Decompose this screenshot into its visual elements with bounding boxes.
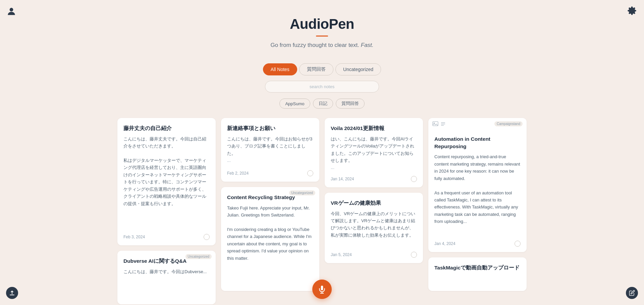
note-category-badge: Uncategorized — [185, 254, 212, 259]
note-body: こんにちは、藤井です。今回はDubverse... — [123, 268, 210, 275]
note-card[interactable]: VRゲームの健康効果 今回、VRゲームの健康上のメリットについて解説します。VR… — [325, 193, 423, 263]
edit-icon[interactable] — [626, 287, 638, 299]
notes-column-3: Voila 2024/01更新情報 はい、こんにちは、藤井です。今回AIライティ… — [325, 118, 423, 304]
settings-icon[interactable] — [627, 6, 638, 17]
notes-grid: 藤井丈夫の自己紹介 こんにちは、藤井丈夫です。今回は自己紹介をさせていただきます… — [97, 118, 547, 305]
note-title: VRゲームの健康効果 — [331, 199, 417, 207]
note-footer: Feb 2, 2024 — [227, 170, 313, 176]
note-category-badge: Campaignstand — [494, 121, 523, 126]
note-checkbox[interactable] — [307, 170, 313, 176]
note-checkbox[interactable] — [411, 252, 417, 258]
header-divider — [316, 36, 328, 37]
note-footer: Jan 14, 2024 — [331, 176, 417, 182]
search-container — [0, 81, 644, 93]
filter-tag-diary[interactable]: 日記 — [313, 99, 333, 109]
note-date: Feb 3, 2024 — [123, 235, 145, 239]
filter-tag-qa[interactable]: 質問回答 — [336, 99, 365, 109]
note-card[interactable]: Campaignstand — [428, 118, 527, 252]
tabs-container: All Notes 質問回答 Uncategorized — [0, 63, 644, 75]
note-title: TaskMagicで動画自動アップロード — [434, 264, 521, 271]
note-checkbox[interactable] — [411, 176, 417, 182]
header: AudioPen Go from fuzzy thought to clear … — [0, 0, 644, 55]
note-card[interactable]: 藤井丈夫の自己紹介 こんにちは、藤井丈夫です。今回は自己紹介をさせていただきます… — [117, 118, 216, 245]
record-button[interactable] — [312, 280, 332, 299]
note-title: 新連絡事項とお願い — [227, 125, 313, 132]
note-body: はい、こんにちは、藤井です。今回AIライティングツールのVoilaがアップデート… — [331, 135, 417, 171]
note-date: Jan 4, 2024 — [434, 241, 455, 246]
app-title: AudioPen — [7, 16, 637, 32]
note-date: Jan 5, 2024 — [331, 252, 352, 257]
tab-qa[interactable]: 質問回答 — [299, 63, 333, 75]
upload-icon[interactable] — [6, 287, 18, 299]
note-title: Automation in Content Repurposing — [434, 135, 521, 150]
note-card[interactable]: Uncategorized Dubverse AIに関するQ&A こんにちは、藤… — [117, 251, 216, 304]
note-body: こんにちは、藤井丈夫です。今回は自己紹介をさせていただきます。 私はデジタルマー… — [123, 135, 210, 207]
note-card[interactable]: Uncategorized Content Recycling Strategy… — [221, 187, 319, 291]
filter-tags: AppSumo 日記 質問回答 — [0, 99, 644, 109]
note-card[interactable]: TaskMagicで動画自動アップロード — [428, 257, 527, 291]
note-title: 藤井丈夫の自己紹介 — [123, 125, 210, 132]
tab-all-notes[interactable]: All Notes — [263, 63, 297, 75]
note-body: Content repurposing, a tried-and-true co… — [434, 153, 521, 225]
note-footer: Feb 3, 2024 — [123, 234, 210, 240]
tab-uncategorized[interactable]: Uncategorized — [335, 63, 381, 75]
image-icon — [432, 121, 438, 128]
note-checkbox[interactable] — [204, 234, 210, 240]
filter-tag-appsumo[interactable]: AppSumo — [279, 99, 310, 109]
note-body: こんにちは、藤井です。今回はお知らせが3つあり、ブログ記事を書くことにしました。… — [227, 135, 313, 164]
notes-column-2: 新連絡事項とお願い こんにちは、藤井です。今回はお知らせが3つあり、ブログ記事を… — [221, 118, 319, 304]
user-icon[interactable] — [6, 6, 18, 18]
note-title: Voila 2024/01更新情報 — [331, 125, 417, 132]
note-card[interactable]: 新連絡事項とお願い こんにちは、藤井です。今回はお知らせが3つあり、ブログ記事を… — [221, 118, 319, 182]
note-footer: Jan 4, 2024 — [434, 241, 521, 247]
note-category-badge: Uncategorized — [289, 190, 315, 195]
notes-column-4: Campaignstand — [428, 118, 527, 304]
note-card[interactable]: Voila 2024/01更新情報 はい、こんにちは、藤井です。今回AIライティ… — [325, 118, 423, 187]
note-footer: Jan 5, 2024 — [331, 252, 417, 258]
search-input[interactable] — [265, 81, 379, 93]
svg-point-0 — [10, 8, 13, 11]
note-body: Takeo Fujii here. Appreciate your input,… — [227, 204, 313, 262]
notes-column-1: 藤井丈夫の自己紹介 こんにちは、藤井丈夫です。今回は自己紹介をさせていただきます… — [117, 118, 216, 304]
app-subtitle: Go from fuzzy thought to clear text. Fas… — [7, 42, 637, 49]
note-date: Feb 2, 2024 — [227, 171, 249, 176]
note-checkbox[interactable] — [515, 241, 521, 247]
list-icon — [440, 121, 446, 128]
note-body: 今回、VRゲームの健康上のメリットについて解説します。VRゲームと健康はあまり結… — [331, 210, 417, 239]
note-date: Jan 14, 2024 — [331, 177, 354, 181]
